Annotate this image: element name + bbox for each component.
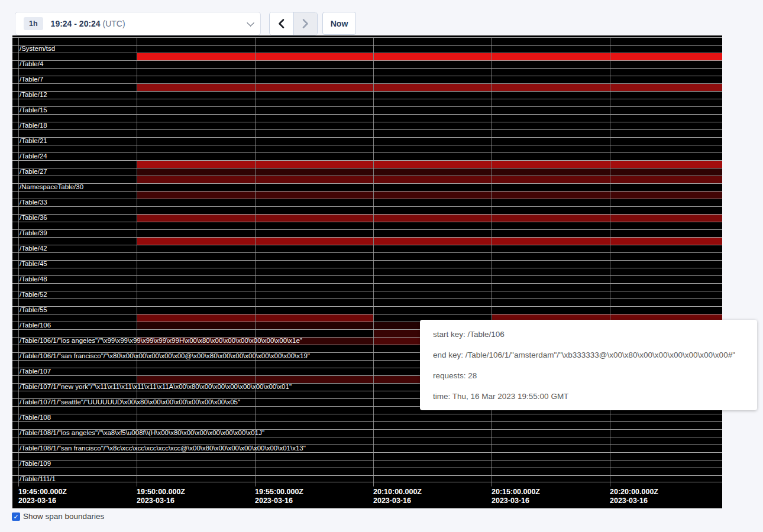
row-key-label: /Table/33 xyxy=(20,199,47,206)
axis-tick-time: 19:50:00.000Z xyxy=(137,488,185,496)
span-boundary-line xyxy=(12,129,722,130)
span-boundary-line xyxy=(12,137,722,138)
row-key-label: /NamespaceTable/30 xyxy=(20,183,83,191)
span-boundary-line xyxy=(12,468,722,468)
span-boundary-line xyxy=(12,314,722,314)
axis-tick-date: 2023-03-16 xyxy=(492,497,529,505)
tooltip-start-key: start key: /Table/106 xyxy=(433,330,744,339)
row-key-label: /Table/106 xyxy=(20,322,51,329)
time-boundary-line xyxy=(255,37,256,486)
row-key-label: /Table/21 xyxy=(20,137,47,145)
axis-tick-date: 2023-03-16 xyxy=(373,497,411,505)
row-key-label: /Table/24 xyxy=(20,153,47,160)
chevron-left-icon xyxy=(277,18,285,29)
row-key-label: /Table/106/1/"san francisco"/"\x80\x00\x… xyxy=(20,352,310,360)
row-key-label: /System/tsd xyxy=(20,45,55,53)
range-duration-badge: 1h xyxy=(24,17,43,30)
span-boundary-line xyxy=(12,183,722,184)
row-key-label: /Table/107/1/"new york"/"\x11\x11\x11\x1… xyxy=(20,383,292,391)
span-boundary-line xyxy=(12,437,722,437)
span-boundary-line xyxy=(12,68,722,69)
next-range-button-disabled[interactable] xyxy=(293,12,317,35)
footer: ✓ Show span boundaries xyxy=(12,512,104,521)
span-boundary-line xyxy=(12,482,722,482)
key-visualizer-canvas[interactable]: /System/tsd/Table/4/Table/7/Table/12/Tab… xyxy=(12,35,722,508)
span-boundary-line xyxy=(12,83,722,84)
chevron-right-icon xyxy=(302,18,309,29)
axis-tick-time: 20:15:00.000Z xyxy=(492,488,540,496)
axis-tick-time: 20:10:00.000Z xyxy=(373,488,422,496)
span-boundary-line xyxy=(12,114,722,115)
axis-tick-time: 19:45:00.000Z xyxy=(18,488,67,496)
row-key-label: /Table/18 xyxy=(20,122,47,129)
tooltip-end-key: end key: /Table/106/1/"amsterdam"/"\xb33… xyxy=(433,351,744,359)
show-span-boundaries-checkbox[interactable]: ✓ xyxy=(12,512,20,521)
time-boundary-line xyxy=(610,37,610,486)
row-key-label: /Table/12 xyxy=(20,91,47,99)
span-boundary-line xyxy=(12,168,722,168)
row-key-label: /Table/39 xyxy=(20,229,47,237)
span-boundary-line xyxy=(12,37,722,38)
range-nav-group xyxy=(269,12,318,35)
time-range-selector[interactable]: 1h 19:24 - 20:24 (UTC) xyxy=(15,12,261,35)
heat-band xyxy=(137,214,722,222)
span-boundary-line xyxy=(12,229,722,230)
time-boundary-line xyxy=(492,37,492,486)
axis-tick-time: 19:55:00.000Z xyxy=(255,488,303,496)
span-boundary-line xyxy=(12,206,722,207)
span-boundary-line xyxy=(12,214,722,215)
tooltip-requests: requests: 28 xyxy=(433,371,744,380)
span-boundary-line xyxy=(12,260,722,261)
span-boundary-line xyxy=(12,176,722,176)
span-boundary-line xyxy=(12,299,722,299)
axis-tick-date: 2023-03-16 xyxy=(137,497,174,505)
span-boundary-line xyxy=(12,414,722,414)
row-key-label: /Table/45 xyxy=(20,260,47,268)
row-key-label: /Table/111/1 xyxy=(20,475,56,483)
row-key-label: /Table/42 xyxy=(20,245,47,252)
axis-tick-date: 2023-03-16 xyxy=(610,497,648,505)
span-boundary-line xyxy=(12,76,722,76)
now-button[interactable]: Now xyxy=(322,12,356,35)
row-key-label: /Table/107/1/"seattle"/"UUUUUUD\x00\x80\… xyxy=(20,398,240,406)
span-boundary-line xyxy=(12,199,722,199)
row-key-label: /Table/7 xyxy=(20,76,43,83)
time-boundary-line xyxy=(18,37,19,486)
span-boundary-line xyxy=(12,160,722,161)
row-key-label: /Table/108/1/"los angeles"/"\xa8\xf5\u00… xyxy=(20,429,264,437)
row-key-label: /Table/106/1/"los angeles"/"\x99\x99\x99… xyxy=(20,337,302,345)
prev-range-button[interactable] xyxy=(270,12,293,35)
span-boundary-line xyxy=(12,421,722,422)
span-boundary-line xyxy=(12,237,722,238)
range-timezone: (UTC) xyxy=(103,19,125,28)
time-boundary-line xyxy=(373,37,374,486)
span-boundary-line xyxy=(12,191,722,192)
span-boundary-line xyxy=(12,283,722,284)
axis-tick-date: 2023-03-16 xyxy=(255,497,293,505)
row-key-label: /Table/107 xyxy=(20,368,51,375)
chevron-down-icon xyxy=(247,19,254,27)
row-key-label: /Table/52 xyxy=(20,291,47,299)
row-key-label: /Table/109 xyxy=(20,460,51,468)
heat-band xyxy=(137,237,722,245)
axis-tick-date: 2023-03-16 xyxy=(18,497,56,505)
show-span-boundaries-label: Show span boundaries xyxy=(23,512,104,521)
span-boundary-line xyxy=(12,145,722,145)
span-boundary-line xyxy=(12,106,722,107)
heat-band xyxy=(137,83,722,91)
range-text: 19:24 - 20:24 (UTC) xyxy=(51,19,125,28)
span-boundary-line xyxy=(12,99,722,99)
span-boundary-line xyxy=(12,452,722,453)
span-boundary-line xyxy=(12,460,722,460)
span-boundary-line xyxy=(12,245,722,245)
span-boundary-line xyxy=(12,275,722,276)
row-key-label: /Table/15 xyxy=(20,106,47,114)
row-key-label: /Table/36 xyxy=(20,214,47,222)
span-boundary-line xyxy=(12,122,722,122)
span-boundary-line xyxy=(12,53,722,53)
row-key-label: /Table/4 xyxy=(20,60,43,68)
row-key-label: /Table/108 xyxy=(20,414,51,421)
time-boundary-line xyxy=(137,37,137,486)
span-boundary-line xyxy=(12,306,722,307)
heat-band xyxy=(137,160,722,168)
